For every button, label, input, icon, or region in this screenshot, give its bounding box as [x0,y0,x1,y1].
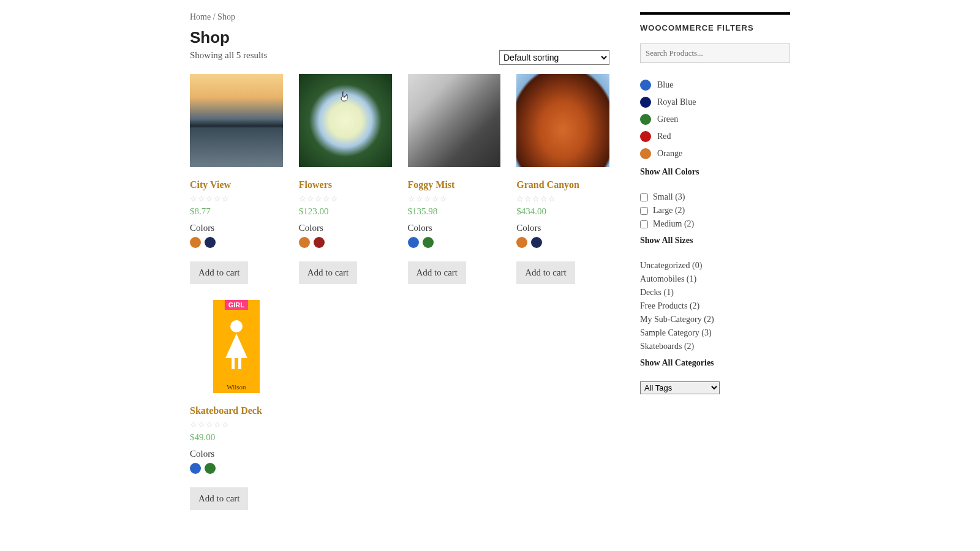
show-all-colors[interactable]: Show All Colors [640,167,790,177]
product-card: Flowers☆☆☆☆☆$123.00ColorsAdd to cart [299,74,392,284]
size-label: Small (3) [653,192,685,202]
product-card: GIRLWilsonSkateboard Deck☆☆☆☆☆$49.00Colo… [190,300,283,510]
add-to-cart-button[interactable]: Add to cart [190,487,248,510]
filter-categories: Uncategorized (0)Automobiles (1)Decks (1… [640,259,790,353]
person-icon [222,320,251,375]
filter-category-item[interactable]: Uncategorized (0) [640,259,790,272]
product-title[interactable]: City View [190,179,283,190]
result-count: Showing all 5 results [190,50,267,61]
filter-color-label: Red [657,132,671,141]
color-swatch-darkred[interactable] [314,237,325,248]
product-price: $434.00 [516,206,609,217]
color-dot-icon [640,80,651,91]
breadcrumb-current: Shop [217,12,235,21]
color-swatches [408,237,501,248]
add-to-cart-button[interactable]: Add to cart [408,261,466,284]
filter-color-blue[interactable]: Blue [640,77,790,94]
filter-category-item[interactable]: Sample Category (3) [640,326,790,340]
search-input[interactable] [640,43,790,63]
rating-stars: ☆☆☆☆☆ [516,194,609,204]
pointer-cursor-icon [340,91,351,104]
color-swatch-blue[interactable] [190,463,201,474]
size-checkbox[interactable] [640,220,648,228]
product-image[interactable] [408,74,501,167]
rating-stars: ☆☆☆☆☆ [299,194,392,204]
product-card: Foggy Mist☆☆☆☆☆$135.98ColorsAdd to cart [408,74,501,284]
color-swatches [190,463,283,474]
product-title[interactable]: Grand Canyon [516,179,609,190]
products-grid: City View☆☆☆☆☆$8.77ColorsAdd to cartFlow… [190,74,609,510]
product-image[interactable] [299,74,392,167]
product-image[interactable] [190,74,283,167]
color-swatch-green[interactable] [423,237,434,248]
filter-color-green[interactable]: Green [640,111,790,128]
color-swatches [299,237,392,248]
color-dot-icon [640,131,651,142]
color-dot-icon [640,114,651,125]
color-swatches [516,237,609,248]
color-swatch-orange[interactable] [516,237,527,248]
breadcrumb: Home / Shop [190,12,609,22]
filter-category-item[interactable]: Skateboards (2) [640,340,790,353]
filter-category-item[interactable]: Decks (1) [640,286,790,299]
size-label: Medium (2) [653,219,694,229]
filter-color-royalblue[interactable]: Royal Blue [640,94,790,111]
product-price: $123.00 [299,206,392,217]
color-swatch-navy[interactable] [205,237,216,248]
product-image[interactable]: GIRLWilson [190,300,283,393]
product-title[interactable]: Skateboard Deck [190,405,283,416]
colors-label: Colors [299,223,392,233]
color-swatch-navy[interactable] [531,237,542,248]
product-price: $49.00 [190,432,283,443]
colors-label: Colors [408,223,501,233]
filter-color-label: Orange [657,149,682,159]
colors-label: Colors [190,449,283,459]
sort-select[interactable]: Default sorting [499,50,609,65]
skate-brand-tag: GIRL [225,300,248,310]
add-to-cart-button[interactable]: Add to cart [299,261,357,284]
filter-color-label: Royal Blue [657,97,696,107]
rating-stars: ☆☆☆☆☆ [408,194,501,204]
breadcrumb-home[interactable]: Home [190,12,211,21]
product-price: $135.98 [408,206,501,217]
size-checkbox[interactable] [640,193,648,201]
filter-color-label: Blue [657,80,673,90]
add-to-cart-button[interactable]: Add to cart [190,261,248,284]
filter-category-item[interactable]: My Sub-Category (2) [640,313,790,326]
tag-select[interactable]: All Tags [640,381,720,394]
size-label: Large (2) [653,206,685,216]
skate-model-name: Wilson [227,383,246,391]
widget-title: WOOCOMMERCE FILTERS [640,23,790,32]
product-price: $8.77 [190,206,283,217]
breadcrumb-sep: / [213,12,217,21]
filter-size-item: Large (2) [640,204,790,217]
show-all-sizes[interactable]: Show All Sizes [640,236,790,246]
product-title[interactable]: Flowers [299,179,392,190]
filter-size-item: Small (3) [640,190,790,204]
color-swatch-orange[interactable] [190,237,201,248]
show-all-categories[interactable]: Show All Categories [640,358,790,368]
product-title[interactable]: Foggy Mist [408,179,501,190]
colors-label: Colors [516,223,609,233]
color-swatches [190,237,283,248]
product-card: Grand Canyon☆☆☆☆☆$434.00ColorsAdd to car… [516,74,609,284]
filter-color-orange[interactable]: Orange [640,145,790,162]
filter-colors: BlueRoyal BlueGreenRedOrange [640,77,790,162]
product-image[interactable] [516,74,609,167]
size-checkbox[interactable] [640,207,648,215]
add-to-cart-button[interactable]: Add to cart [516,261,575,284]
page-title: Shop [190,28,609,47]
color-swatch-green[interactable] [205,463,216,474]
sidebar-rule [640,12,790,15]
color-swatch-orange[interactable] [299,237,310,248]
colors-label: Colors [190,223,283,233]
filter-color-label: Green [657,114,678,124]
filter-sizes: Small (3)Large (2)Medium (2) [640,190,790,231]
filter-size-item: Medium (2) [640,217,790,231]
color-swatch-blue[interactable] [408,237,419,248]
filter-category-item[interactable]: Automobiles (1) [640,272,790,286]
color-dot-icon [640,148,651,159]
filter-category-item[interactable]: Free Products (2) [640,299,790,313]
filter-color-red[interactable]: Red [640,128,790,145]
rating-stars: ☆☆☆☆☆ [190,420,283,430]
